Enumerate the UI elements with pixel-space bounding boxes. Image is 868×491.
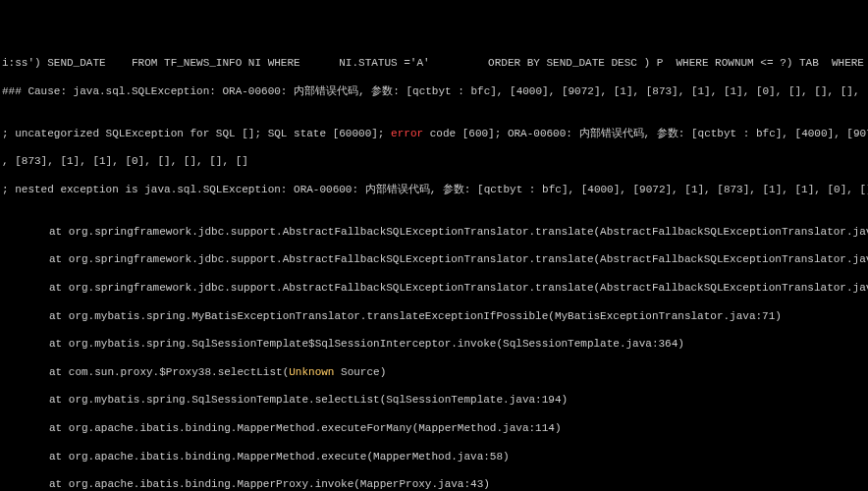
log-line: ; nested exception is java.sql.SQLExcept… (2, 183, 866, 196)
log-text: Source) (334, 366, 386, 378)
stacktrace-line: at org.springframework.jdbc.support.Abst… (2, 225, 866, 239)
log-text: code [600]; ORA-00600: 内部错误代码, 参数: [qctb… (423, 128, 868, 139)
error-keyword: error (391, 128, 423, 139)
log-text: at com.sun.proxy.$Proxy38.selectList( (49, 366, 289, 378)
stacktrace-line: at org.springframework.jdbc.support.Abst… (2, 281, 866, 295)
stacktrace-line: at org.apache.ibatis.binding.MapperMetho… (2, 421, 866, 435)
unknown-keyword: Unknown (289, 366, 334, 378)
stacktrace-line: at org.apache.ibatis.binding.MapperMetho… (2, 450, 866, 464)
stacktrace-line: at org.mybatis.spring.MyBatisExceptionTr… (2, 309, 866, 323)
log-line: ### Cause: java.sql.SQLException: ORA-00… (2, 84, 866, 98)
log-line: i:ss') SEND_DATE FROM TF_NEWS_INFO NI WH… (2, 56, 866, 70)
stacktrace-line: at org.mybatis.spring.SqlSessionTemplate… (2, 337, 866, 351)
log-text: ; uncategorized SQLException for SQL [];… (2, 128, 391, 139)
log-line: ; uncategorized SQLException for SQL [];… (2, 127, 866, 140)
stacktrace-line: at org.mybatis.spring.SqlSessionTemplate… (2, 393, 866, 407)
stacktrace-line: at com.sun.proxy.$Proxy38.selectList(Unk… (2, 365, 866, 379)
log-line: , [873], [1], [1], [0], [], [], [], [] (2, 154, 866, 168)
stacktrace-line: at org.apache.ibatis.binding.MapperProxy… (2, 477, 866, 491)
stacktrace-line: at org.springframework.jdbc.support.Abst… (2, 252, 866, 266)
